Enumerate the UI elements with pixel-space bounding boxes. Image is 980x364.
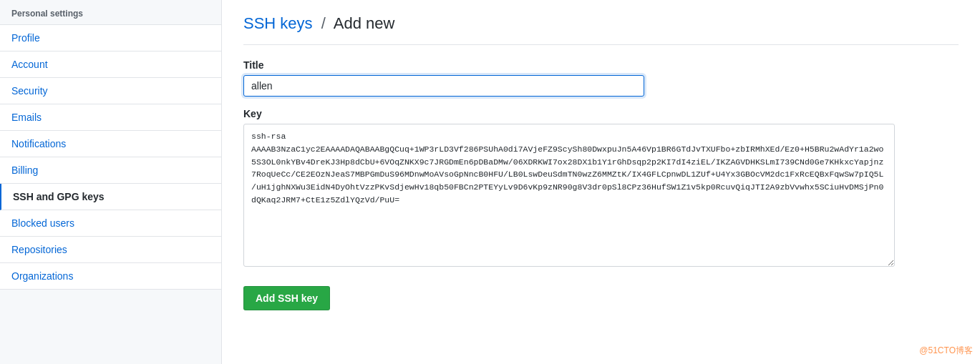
sidebar-item-security[interactable]: Security <box>0 78 221 104</box>
breadcrumb-current: Add new <box>334 14 395 32</box>
title-input[interactable] <box>243 75 644 97</box>
key-label: Key <box>243 108 959 119</box>
add-ssh-key-button[interactable]: Add SSH key <box>243 286 330 310</box>
sidebar-item-ssh-gpg-keys[interactable]: SSH and GPG keys <box>0 184 221 210</box>
sidebar-item-emails[interactable]: Emails <box>0 104 221 131</box>
sidebar-item-profile[interactable]: Profile <box>0 25 221 51</box>
title-form-group: Title <box>243 59 959 97</box>
sidebar-item-billing[interactable]: Billing <box>0 157 221 184</box>
sidebar-header: Personal settings <box>0 0 221 25</box>
sidebar-item-notifications[interactable]: Notifications <box>0 131 221 157</box>
key-textarea-wrapper <box>243 124 959 269</box>
sidebar-item-account[interactable]: Account <box>0 51 221 78</box>
sidebar-item-repositories[interactable]: Repositories <box>0 237 221 263</box>
breadcrumb: SSH keys / Add new <box>243 14 959 45</box>
title-label: Title <box>243 59 959 71</box>
sidebar-item-organizations[interactable]: Organizations <box>0 263 221 290</box>
main-content: SSH keys / Add new Title Key Add SSH key <box>222 0 980 364</box>
sidebar-item-blocked-users[interactable]: Blocked users <box>0 210 221 237</box>
key-textarea[interactable] <box>243 124 895 267</box>
breadcrumb-link[interactable]: SSH keys <box>243 14 313 32</box>
key-form-group: Key <box>243 108 959 269</box>
breadcrumb-separator: / <box>321 14 326 32</box>
watermark: @51CTO博客 <box>919 345 973 357</box>
sidebar: Personal settings Profile Account Securi… <box>0 0 222 364</box>
